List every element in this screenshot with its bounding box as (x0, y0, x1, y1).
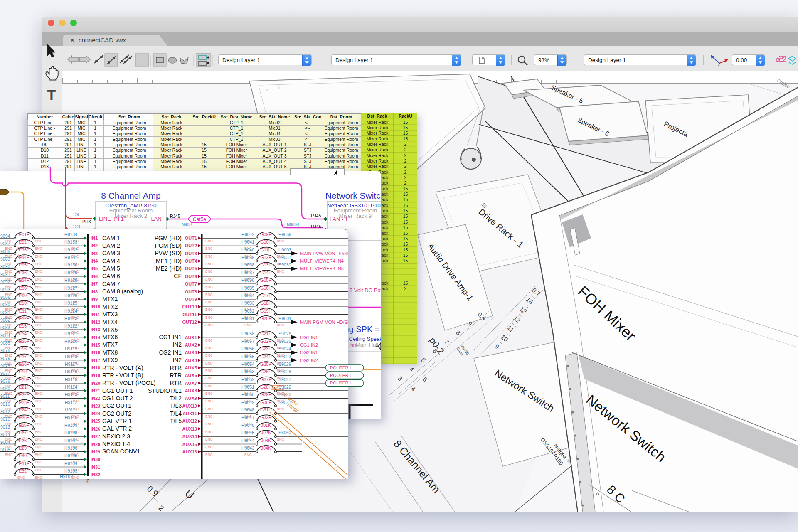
svg-text:ROUTER I: ROUTER I (330, 380, 351, 385)
svg-text:15: 15 (403, 197, 408, 202)
svg-text:15: 15 (403, 203, 408, 208)
svg-text:15: 15 (403, 136, 408, 141)
svg-text:15: 15 (403, 219, 408, 224)
svg-text:2: 2 (404, 170, 407, 175)
svg-text:15: 15 (403, 192, 408, 197)
svg-text:15: 15 (403, 258, 408, 263)
svg-text:2: 2 (404, 153, 407, 158)
svg-text:15: 15 (403, 281, 408, 286)
svg-text:ROUTER I: ROUTER I (330, 373, 351, 378)
svg-text:15: 15 (403, 120, 408, 125)
svg-text:15: 15 (403, 214, 408, 219)
svg-text:15: 15 (403, 253, 408, 258)
svg-text:2: 2 (404, 164, 407, 169)
svg-text:15: 15 (403, 208, 408, 213)
svg-text:15: 15 (403, 125, 408, 130)
svg-text:2: 2 (404, 142, 407, 147)
svg-text:15: 15 (403, 225, 408, 230)
svg-text:RackU: RackU (399, 113, 412, 118)
svg-text:15: 15 (403, 236, 408, 241)
svg-text:ROUTER I: ROUTER I (330, 365, 351, 370)
svg-text:2: 2 (404, 175, 407, 180)
svg-text:15: 15 (403, 241, 408, 246)
svg-text:15: 15 (403, 231, 408, 236)
svg-text:15: 15 (403, 247, 408, 252)
svg-text:15: 15 (403, 131, 408, 135)
svg-text:2: 2 (404, 158, 407, 163)
svg-text:2: 2 (404, 286, 407, 291)
svg-text:2: 2 (404, 180, 407, 185)
svg-text:15: 15 (403, 186, 408, 191)
svg-text:2: 2 (404, 147, 407, 152)
